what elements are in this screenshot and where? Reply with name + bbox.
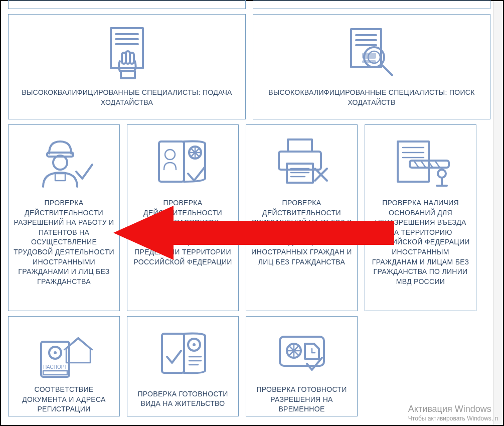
card-label: ВЫСОКОКВАЛИФИЦИРОВАННЫЕ СПЕЦИАЛИСТЫ: ПОД… bbox=[14, 88, 240, 107]
card-label: ПРОВЕРКА ДЕЙСТВИТЕЛЬНОСТИ ПРИГЛАШЕНИЙ НА… bbox=[251, 198, 352, 267]
card-label: СООТВЕТСТВИЕ ДОКУМЕНТА И АДРЕСА РЕГИСТРА… bbox=[14, 385, 114, 414]
svg-rect-6 bbox=[130, 53, 134, 64]
card-label: ПРОВЕРКА ДЕЙСТВИТЕЛЬНОСТИ ЗАГРАНПАСПОРТО… bbox=[132, 198, 233, 267]
grid-row: ПАСПОРТ СООТВЕТСТВИЕ ДОКУМЕНТА И АДРЕСА … bbox=[8, 316, 491, 416]
card-submit-petition[interactable]: ВЫСОКОКВАЛИФИЦИРОВАННЫЕ СПЕЦИАЛИСТЫ: ПОД… bbox=[8, 14, 246, 119]
card-check-invite[interactable]: ПРОВЕРКА ДЕЙСТВИТЕЛЬНОСТИ ПРИГЛАШЕНИЙ НА… bbox=[246, 124, 358, 311]
card-search-petition[interactable]: ВЫСОКОКВАЛИФИЦИРОВАННЫЕ СПЕЦИАЛИСТЫ: ПОИ… bbox=[253, 14, 490, 119]
card-label: ПРОВЕРКА ГОТОВНОСТИ РАЗРЕШЕНИЯ НА ВРЕМЕН… bbox=[251, 385, 352, 414]
card-doc-address-match[interactable]: ПАСПОРТ СООТВЕТСТВИЕ ДОКУМЕНТА И АДРЕСА … bbox=[8, 316, 120, 416]
card-check-temporary[interactable]: ПРОВЕРКА ГОТОВНОСТИ РАЗРЕШЕНИЯ НА ВРЕМЕН… bbox=[246, 316, 358, 416]
app-frame: ВЫСОКОКВАЛИФИЦИРОВАННЫЕ СПЕЦИАЛИСТЫ: ПОД… bbox=[0, 0, 504, 426]
barrier-icon bbox=[370, 133, 471, 193]
svg-rect-46 bbox=[162, 334, 184, 373]
open-passport-icon bbox=[132, 325, 233, 384]
card-check-passport-abroad[interactable]: ПРОВЕРКА ДЕЙСТВИТЕЛЬНОСТИ ЗАГРАНПАСПОРТО… bbox=[127, 124, 239, 311]
card-label: ПРОВЕРКА ГОТОВНОСТИ ВИДА НА ЖИТЕЛЬСТВО bbox=[132, 389, 233, 409]
svg-text:ПАСПОРТ: ПАСПОРТ bbox=[43, 364, 67, 370]
card-stub[interactable] bbox=[253, 0, 490, 9]
svg-point-38 bbox=[438, 170, 446, 178]
svg-rect-19 bbox=[55, 174, 65, 181]
search-petition-icon bbox=[258, 23, 485, 83]
card-stub[interactable] bbox=[8, 0, 246, 9]
card-label: ПРОВЕРКА ДЕЙСТВИТЕЛЬНОСТИ РАЗРЕШЕНИЙ НА … bbox=[14, 198, 114, 287]
svg-line-16 bbox=[382, 65, 392, 75]
submit-petition-icon bbox=[14, 23, 240, 83]
svg-rect-25 bbox=[288, 139, 312, 152]
card-label: ВЫСОКОКВАЛИФИЦИРОВАННЫЕ СПЕЦИАЛИСТЫ: ПОИ… bbox=[258, 88, 485, 107]
svg-rect-7 bbox=[121, 71, 135, 78]
svg-rect-26 bbox=[279, 152, 321, 170]
badge-clock-icon bbox=[251, 325, 352, 380]
svg-point-22 bbox=[165, 150, 175, 160]
scrollbar[interactable] bbox=[493, 1, 503, 425]
passport-house-icon: ПАСПОРТ bbox=[14, 325, 114, 380]
svg-point-18 bbox=[53, 156, 67, 170]
card-check-residence[interactable]: ПРОВЕРКА ГОТОВНОСТИ ВИДА НА ЖИТЕЛЬСТВО bbox=[127, 316, 239, 416]
grid-row: ВЫСОКОКВАЛИФИЦИРОВАННЫЕ СПЕЦИАЛИСТЫ: ПОД… bbox=[8, 14, 491, 119]
card-check-entry-ban[interactable]: ПРОВЕРКА НАЛИЧИЯ ОСНОВАНИЙ ДЛЯ НЕРАЗРЕШЕ… bbox=[365, 124, 476, 311]
svg-point-49 bbox=[193, 343, 196, 346]
printer-cross-icon bbox=[251, 133, 352, 193]
worker-check-icon bbox=[14, 133, 114, 193]
services-grid: ВЫСОКОКВАЛИФИЦИРОВАННЫЕ СПЕЦИАЛИСТЫ: ПОД… bbox=[8, 1, 491, 411]
passport-check-icon bbox=[132, 133, 233, 193]
grid-row: ПРОВЕРКА ДЕЙСТВИТЕЛЬНОСТИ РАЗРЕШЕНИЙ НА … bbox=[8, 124, 491, 311]
grid-row-stub bbox=[8, 0, 491, 9]
svg-point-43 bbox=[54, 351, 57, 354]
card-label: ПРОВЕРКА НАЛИЧИЯ ОСНОВАНИЙ ДЛЯ НЕРАЗРЕШЕ… bbox=[370, 198, 471, 287]
svg-rect-20 bbox=[159, 141, 184, 182]
svg-rect-45 bbox=[43, 371, 67, 375]
card-check-work-permit[interactable]: ПРОВЕРКА ДЕЙСТВИТЕЛЬНОСТИ РАЗРЕШЕНИЙ НА … bbox=[8, 124, 120, 311]
